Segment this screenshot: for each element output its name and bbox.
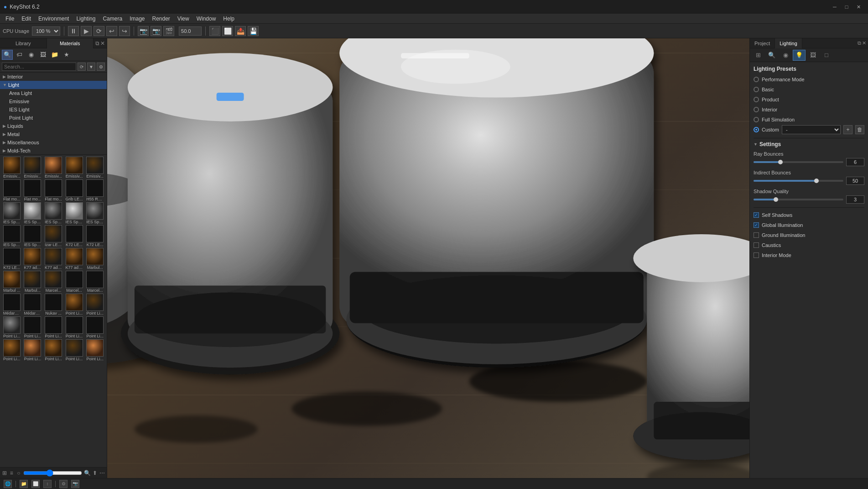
thumbnail-item[interactable]: Point Li... [64, 316, 84, 338]
thumbnail-item[interactable]: K72 LE... [64, 225, 84, 247]
menubar-item-image[interactable]: Image [126, 15, 148, 23]
ray-bounces-thumb[interactable] [778, 160, 783, 164]
thumbnail-item[interactable]: Marcel... [64, 271, 84, 293]
tree-item-point-light[interactable]: Point Light [0, 114, 107, 122]
render-region-button[interactable]: ⬜ [222, 26, 233, 36]
thumbnail-item[interactable]: IES Spo... [64, 202, 84, 224]
rotate-left-button[interactable]: ↩ [106, 26, 117, 36]
thumbnail-item[interactable]: Point Li... [85, 339, 105, 361]
search-settings-button[interactable]: ⚙ [97, 63, 105, 71]
list-view-button[interactable]: ≡ [9, 469, 15, 477]
menubar-item-environment[interactable]: Environment [35, 15, 73, 23]
search-refresh-button[interactable]: ⟳ [78, 63, 86, 71]
close-button[interactable]: ✕ [852, 0, 864, 14]
delete-preset-button[interactable]: 🗑 [855, 125, 864, 134]
play-button[interactable]: ▶ [81, 26, 92, 36]
thumbnail-item[interactable]: Point Li... [64, 294, 84, 315]
tree-item-interior[interactable]: ▶ Interior [0, 73, 107, 81]
thumbnail-item[interactable]: Point Li... [43, 316, 63, 338]
thumbnail-item[interactable]: Marcel... [43, 271, 63, 293]
thumbnail-item[interactable]: Médard... [23, 294, 43, 315]
thumb-size-slider[interactable] [23, 471, 82, 475]
global-illumination-checkbox[interactable]: ✓ [754, 222, 759, 228]
folder-icon-btn[interactable]: 📁 [49, 50, 60, 60]
camera-button[interactable]: 📷 [151, 26, 161, 36]
thumbnail-item[interactable]: Emissiv... [85, 157, 105, 179]
thumbnail-item[interactable]: Point Li... [2, 316, 22, 338]
tree-item-miscellaneous[interactable]: ▶ Miscellaneous [0, 138, 107, 147]
tree-item-area-light[interactable]: Area Light [0, 89, 107, 97]
tree-item-light[interactable]: ▼ Light [0, 81, 107, 89]
right-panel-close-button[interactable]: ✕ [862, 40, 866, 46]
thumbnail-item[interactable]: Emissiv... [23, 157, 43, 179]
animation-button[interactable]: 🎬 [163, 26, 174, 36]
thumbnail-item[interactable]: Nukav ... [43, 294, 63, 315]
image-icon-btn[interactable]: 🖼 [37, 50, 48, 60]
lighting-tab[interactable]: Lighting [775, 38, 802, 48]
interior-mode-checkbox[interactable] [754, 252, 759, 258]
indirect-bounces-thumb[interactable] [814, 179, 819, 183]
thumbnail-item[interactable]: K77 adj... [23, 248, 43, 270]
environment2-icon-tab[interactable]: ◉ [779, 50, 792, 61]
ray-bounces-input[interactable] [846, 158, 864, 166]
menubar-item-help[interactable]: Help [219, 15, 238, 23]
tree-item-mold-tech[interactable]: ▶ Mold-Tech [0, 147, 107, 155]
panel-close-button[interactable]: ✕ [100, 40, 105, 47]
thumbnail-item[interactable]: Point Li... [64, 339, 84, 361]
radio-full-simulation[interactable] [754, 117, 759, 122]
viewport[interactable] [107, 38, 749, 478]
thumbnail-item[interactable]: IES Spo... [23, 225, 43, 247]
thumbnail-item[interactable]: Flat mo... [43, 179, 63, 201]
indirect-bounces-input[interactable] [846, 177, 864, 185]
add-preset-button[interactable]: + [843, 125, 852, 134]
cpu-usage-select[interactable]: 100 % 75 % 50 % [32, 26, 60, 36]
status-icon-camera[interactable]: 📷 [71, 480, 79, 488]
status-icon-gear[interactable]: ⚙ [59, 480, 68, 488]
thumbnail-item[interactable]: Point Li... [2, 339, 22, 361]
caustics-checkbox[interactable] [754, 242, 759, 248]
menubar-item-edit[interactable]: Edit [18, 15, 35, 23]
rotate-right-button[interactable]: ↪ [119, 26, 130, 36]
ground-illumination-checkbox[interactable] [754, 232, 759, 238]
indirect-bounces-slider[interactable] [754, 180, 843, 182]
thumbnail-item[interactable]: IES Spo... [2, 225, 22, 247]
search-input[interactable] [2, 63, 76, 71]
thumbnail-item[interactable]: IES Spo... [43, 202, 63, 224]
radio-interior[interactable] [754, 107, 759, 112]
shadow-quality-input[interactable] [846, 195, 864, 204]
menubar-item-render[interactable]: Render [149, 15, 174, 23]
thumbnail-item[interactable]: IES Spo... [2, 202, 22, 224]
status-icon-folder[interactable]: 📁 [20, 480, 28, 488]
save-button[interactable]: 💾 [248, 26, 259, 36]
thumbnail-item[interactable]: K72 LE... [85, 225, 105, 247]
thumbnail-item[interactable]: Marcel... [85, 271, 105, 293]
thumbnail-item[interactable]: Marbul ... [2, 271, 22, 293]
custom-preset-select[interactable]: - [782, 125, 841, 134]
star-icon-btn[interactable]: ★ [61, 50, 72, 60]
project-tab[interactable]: Project [750, 38, 775, 48]
render-value-input[interactable] [179, 26, 202, 36]
thumbnail-item[interactable]: Point Li... [85, 294, 105, 315]
thumbnail-item[interactable]: IES Spo... [85, 202, 105, 224]
right-panel-detach-button[interactable]: ⧉ [858, 40, 861, 46]
pause-button[interactable]: ⏸ [68, 26, 79, 36]
tree-item-ies-light[interactable]: IES Light [0, 105, 107, 114]
shadow-quality-slider[interactable] [754, 199, 843, 200]
output-button[interactable]: 📤 [235, 26, 246, 36]
thumbnail-item[interactable]: Grib LE... [64, 179, 84, 201]
screenshot-button[interactable]: 📷 [138, 26, 149, 36]
tag-icon-btn[interactable]: 🏷 [14, 50, 25, 60]
zoom-in-icon[interactable]: 🔍 [84, 469, 91, 477]
shadow-quality-thumb[interactable] [774, 197, 778, 202]
scene-icon-tab[interactable]: ⊞ [752, 50, 764, 61]
refresh-button[interactable]: ⟳ [94, 26, 104, 36]
radio-performance[interactable] [754, 77, 759, 82]
thumbnail-item[interactable]: Izar LED... [43, 225, 63, 247]
materials-tab[interactable]: Materials [47, 38, 94, 48]
status-icon-globe[interactable]: 🌐 [4, 480, 12, 488]
status-icon-arrows[interactable]: ↕ [43, 480, 52, 488]
more-options-button[interactable]: ⋯ [99, 469, 105, 477]
minimize-button[interactable]: ─ [829, 0, 841, 14]
menubar-item-camera[interactable]: Camera [99, 15, 126, 23]
status-icon-square[interactable]: ⬜ [31, 480, 40, 488]
